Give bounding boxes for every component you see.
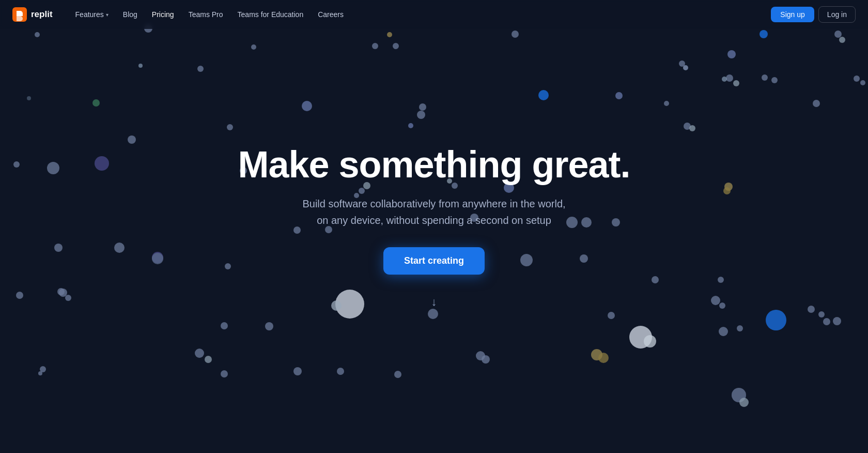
background-dot (394, 371, 401, 378)
background-dot (205, 356, 212, 363)
background-dot (325, 226, 332, 233)
background-dot (92, 99, 100, 107)
background-dot (839, 37, 845, 43)
background-dot (719, 303, 725, 309)
logo-text: replit (31, 9, 53, 20)
background-dot (520, 254, 533, 266)
background-dot (608, 312, 615, 319)
background-dot (138, 64, 143, 68)
replit-logo-icon (12, 7, 27, 22)
background-dot (615, 92, 623, 99)
background-dot (452, 183, 458, 189)
background-dot (354, 193, 359, 198)
background-dot (359, 188, 365, 194)
nav-teams-pro[interactable]: Teams Pro (182, 7, 229, 22)
nav-careers[interactable]: Careers (312, 7, 350, 22)
background-dot (683, 65, 688, 70)
background-dot (833, 317, 841, 325)
background-dot (128, 135, 136, 144)
background-dot (664, 101, 669, 106)
background-dot (482, 355, 490, 364)
background-dot (813, 100, 820, 107)
background-dot (47, 162, 59, 174)
background-dot (719, 327, 728, 336)
background-dot (13, 161, 20, 168)
background-dot (221, 322, 228, 329)
dots-background (0, 0, 868, 453)
background-dot (331, 300, 342, 311)
background-dot (293, 226, 301, 234)
signup-button[interactable]: Sign up (771, 7, 814, 22)
background-dot (16, 292, 23, 299)
background-dot (733, 80, 739, 86)
background-dot (726, 74, 733, 82)
background-dot (689, 125, 695, 131)
background-dot (860, 80, 865, 85)
background-dot (195, 349, 204, 358)
background-dot (538, 90, 549, 100)
background-dot (808, 306, 815, 313)
background-dot (447, 178, 452, 184)
background-dot (766, 310, 786, 330)
scroll-down-arrow[interactable]: ↓ (431, 295, 437, 309)
background-dot (408, 123, 413, 128)
background-dot (38, 371, 42, 375)
background-dot (762, 74, 768, 81)
background-dot (723, 187, 731, 194)
background-dot (387, 32, 392, 37)
background-dot (363, 182, 370, 189)
background-dot (65, 295, 71, 301)
background-dot (372, 43, 378, 49)
background-dot (221, 370, 228, 377)
background-dot (337, 368, 344, 375)
background-dot (27, 96, 31, 100)
nav-auth-buttons: Sign up Log in (771, 6, 856, 23)
background-dot (35, 32, 40, 37)
background-dot (419, 103, 426, 111)
background-dot (823, 318, 830, 325)
background-dot (393, 43, 399, 49)
background-dot (722, 77, 727, 82)
background-dot (251, 44, 256, 50)
background-dot (612, 218, 620, 226)
background-dot (727, 50, 736, 58)
background-dot (504, 183, 514, 193)
background-dot (512, 31, 519, 38)
chevron-down-icon: ▾ (106, 12, 109, 18)
background-dot (737, 325, 743, 331)
nav-pricing[interactable]: Pricing (146, 7, 180, 22)
background-dot (566, 217, 578, 228)
background-dot (428, 309, 438, 319)
background-dot (225, 263, 231, 269)
svg-rect-1 (20, 13, 23, 16)
background-dot (580, 254, 588, 263)
background-dot (265, 322, 273, 330)
background-dot (771, 77, 778, 83)
background-dot (598, 353, 609, 363)
nav-features[interactable]: Features ▾ (69, 7, 115, 22)
background-dot (197, 66, 204, 72)
nav-blog[interactable]: Blog (117, 7, 144, 22)
background-dot (470, 214, 478, 222)
background-dot (718, 277, 724, 283)
background-dot (818, 311, 825, 318)
background-dot (95, 156, 109, 171)
background-dot (114, 243, 125, 253)
background-dot (854, 76, 860, 82)
background-dot (227, 124, 233, 130)
background-dot (739, 398, 749, 407)
login-button[interactable]: Log in (818, 6, 856, 23)
background-dot (711, 296, 720, 305)
background-dot (302, 101, 312, 111)
logo-link[interactable]: replit (12, 7, 53, 22)
background-dot (152, 253, 163, 264)
background-dot (54, 244, 63, 252)
background-dot (581, 217, 592, 228)
navbar: replit Features ▾ Blog Pricing Teams Pro… (0, 0, 868, 29)
start-creating-button[interactable]: Start creating (383, 247, 485, 275)
nav-teams-education[interactable]: Teams for Education (231, 7, 310, 22)
background-dot (652, 276, 659, 283)
background-dot (760, 30, 768, 38)
nav-links: Features ▾ Blog Pricing Teams Pro Teams … (69, 7, 771, 22)
background-dot (417, 111, 425, 119)
